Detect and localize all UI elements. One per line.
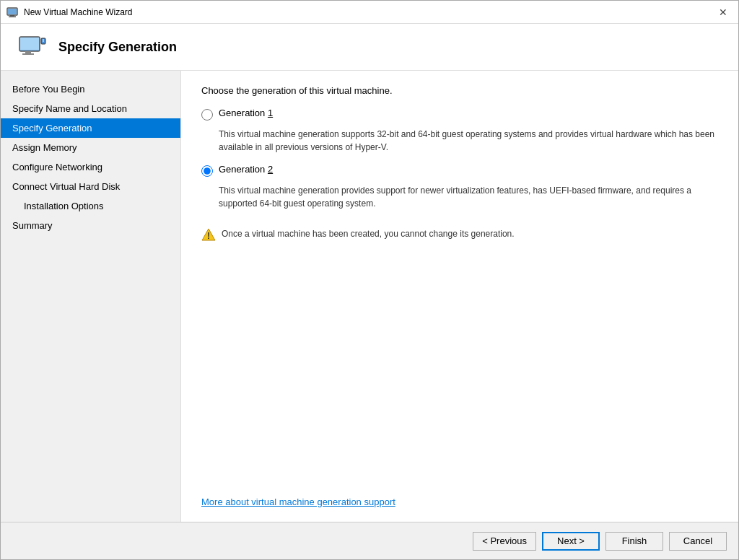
sidebar-item-summary[interactable]: Summary <box>1 216 180 235</box>
generation1-desc: This virtual machine generation supports… <box>219 128 718 154</box>
warning-row: ! Once a virtual machine has been create… <box>201 227 718 242</box>
page-title: Specify Generation <box>58 40 177 55</box>
title-bar: New Virtual Machine Wizard ✕ <box>1 1 738 24</box>
generation2-radio[interactable] <box>201 165 213 177</box>
sidebar-item-installation-options[interactable]: Installation Options <box>1 196 180 216</box>
sidebar: Before You Begin Specify Name and Locati… <box>1 71 181 522</box>
header: Specify Generation <box>1 24 738 71</box>
generation2-option: Generation 2 <box>201 164 718 177</box>
sidebar-item-before-you-begin[interactable]: Before You Begin <box>1 79 180 99</box>
footer: < Previous Next > Finish Cancel <box>1 522 738 559</box>
wizard-window: New Virtual Machine Wizard ✕ Specify Gen… <box>0 0 739 560</box>
previous-button[interactable]: < Previous <box>473 532 536 551</box>
svg-rect-6 <box>25 51 31 53</box>
warning-text: Once a virtual machine has been created,… <box>222 227 515 240</box>
sidebar-item-connect-vhd[interactable]: Connect Virtual Hard Disk <box>1 177 180 196</box>
generation1-option: Generation 1 <box>201 108 718 121</box>
header-icon <box>18 35 47 58</box>
generation1-label: Generation 1 <box>219 108 273 118</box>
warning-icon: ! <box>201 227 216 242</box>
finish-button[interactable]: Finish <box>605 532 663 551</box>
main-panel: Choose the generation of this virtual ma… <box>181 71 738 522</box>
svg-rect-2 <box>9 16 16 17</box>
svg-text:!: ! <box>207 231 210 241</box>
sidebar-item-assign-memory[interactable]: Assign Memory <box>1 138 180 157</box>
cancel-button[interactable]: Cancel <box>669 532 727 551</box>
generation2-label: Generation 2 <box>219 164 273 175</box>
generation2-desc: This virtual machine generation provides… <box>219 184 718 210</box>
main-description: Choose the generation of this virtual ma… <box>201 85 718 96</box>
window-title: New Virtual Machine Wizard <box>24 7 714 17</box>
svg-rect-5 <box>20 38 39 50</box>
close-button[interactable]: ✕ <box>714 5 733 19</box>
link-section: More about virtual machine generation su… <box>201 482 718 507</box>
svg-rect-7 <box>22 53 34 55</box>
svg-rect-1 <box>10 15 14 17</box>
generation1-radio[interactable] <box>201 109 213 121</box>
sidebar-item-specify-name[interactable]: Specify Name and Location <box>1 99 180 118</box>
svg-rect-3 <box>8 9 17 14</box>
next-button[interactable]: Next > <box>542 532 600 551</box>
sidebar-item-specify-generation[interactable]: Specify Generation <box>1 118 180 138</box>
sidebar-item-configure-networking[interactable]: Configure Networking <box>1 157 180 177</box>
content-area: Before You Begin Specify Name and Locati… <box>1 71 738 522</box>
help-link[interactable]: More about virtual machine generation su… <box>201 496 395 507</box>
window-icon <box>6 6 18 18</box>
